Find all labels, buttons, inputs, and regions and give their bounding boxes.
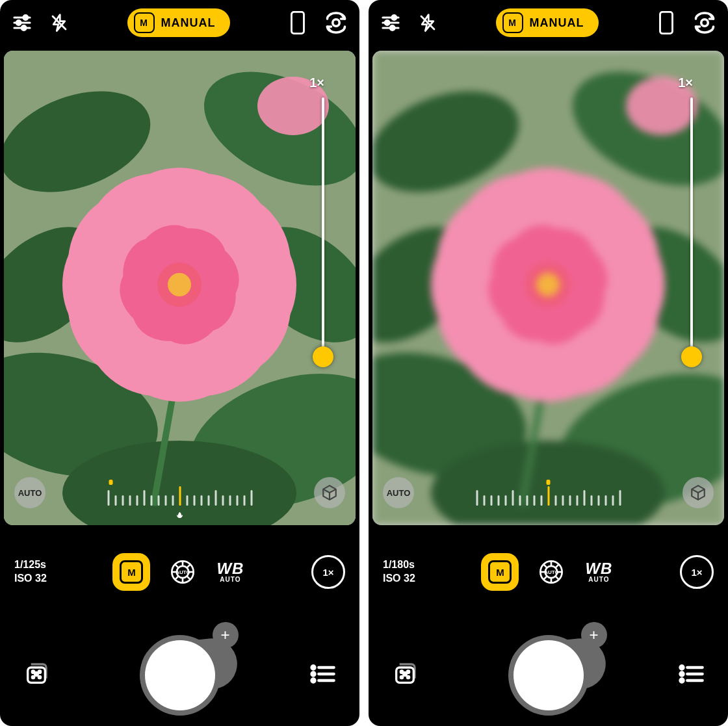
svg-point-128 [681, 673, 684, 676]
iso-value: ISO 32 [383, 572, 415, 586]
menu-list-icon[interactable] [679, 664, 705, 686]
ruler-indicator [109, 480, 112, 485]
svg-point-64 [312, 679, 315, 682]
svg-point-3 [23, 16, 28, 20]
exposure-readout: 1/180s ISO 32 [383, 558, 415, 586]
shutter-plus-button[interactable]: + [213, 622, 239, 648]
gallery-icon[interactable] [23, 661, 49, 690]
zoom-label: 1× [309, 75, 324, 90]
camera-pane-1: M MANUAL 1× AUTO [369, 0, 728, 726]
gallery-icon[interactable] [392, 661, 418, 690]
svg-point-4 [16, 21, 21, 25]
zoom-slider-track[interactable] [690, 97, 693, 357]
svg-line-51 [187, 577, 190, 580]
viewfinder[interactable] [372, 51, 724, 525]
svg-point-130 [681, 679, 684, 682]
viewfinder[interactable] [4, 51, 356, 525]
svg-point-70 [385, 21, 389, 25]
zoom-label: 1× [678, 75, 693, 90]
macro-icon [173, 511, 187, 528]
white-balance-button[interactable]: WB AUTO [585, 561, 612, 583]
mode-selector[interactable]: M MANUAL [496, 8, 599, 37]
shutter-button[interactable] [145, 640, 215, 710]
aperture-button[interactable]: AUTO [538, 559, 564, 585]
mode-badge-letter: M [134, 12, 155, 33]
svg-point-121 [404, 673, 407, 676]
svg-point-75 [701, 19, 708, 27]
svg-point-106 [536, 273, 560, 296]
settings-icon[interactable] [380, 12, 401, 33]
controls-row: 1/125s ISO 32 M AUTO WB AUTO 1× [0, 546, 359, 598]
shutter-speed: 1/125s [14, 558, 47, 572]
ruler-indicator [547, 480, 551, 485]
white-balance-button[interactable]: WB AUTO [216, 561, 244, 583]
svg-point-71 [390, 26, 395, 31]
aspect-ratio-icon[interactable] [656, 10, 676, 35]
zoom-slider-knob[interactable] [681, 346, 702, 367]
auto-focus-badge[interactable]: AUTO [14, 477, 46, 508]
svg-point-40 [168, 273, 191, 296]
shutter-plus-button[interactable]: + [581, 622, 607, 648]
shutter-button[interactable] [514, 640, 584, 710]
svg-line-52 [187, 564, 190, 567]
exposure-readout: 1/125s ISO 32 [14, 558, 47, 586]
svg-point-9 [333, 19, 340, 27]
aperture-button[interactable]: AUTO [170, 559, 196, 585]
top-bar: M MANUAL [369, 0, 728, 45]
flash-off-icon[interactable] [49, 13, 69, 32]
focus-ruler[interactable] [107, 480, 252, 528]
flash-off-icon[interactable] [418, 13, 437, 32]
svg-point-55 [35, 673, 38, 676]
switch-camera-icon[interactable] [324, 11, 348, 34]
shutter-row: + [369, 640, 728, 710]
svg-point-126 [681, 666, 684, 669]
shutter-row: + [0, 640, 359, 710]
top-bar: M MANUAL [0, 0, 359, 45]
iso-value: ISO 32 [14, 572, 47, 586]
camera-pane-0: M MANUAL 1× AUTO [0, 0, 359, 726]
mode-label: MANUAL [530, 16, 584, 30]
mode-label: MANUAL [161, 16, 216, 30]
svg-rect-74 [660, 12, 673, 33]
svg-line-53 [176, 577, 179, 580]
ar-cube-button[interactable] [314, 477, 345, 508]
manual-mode-button[interactable]: M [482, 554, 517, 590]
svg-line-116 [544, 564, 547, 567]
menu-list-icon[interactable] [310, 664, 336, 686]
aspect-ratio-icon[interactable] [288, 10, 307, 35]
settings-icon[interactable] [12, 12, 32, 33]
shutter-speed: 1/180s [383, 558, 415, 572]
manual-mode-button[interactable]: M [114, 554, 149, 590]
svg-point-5 [21, 26, 26, 31]
svg-rect-8 [292, 12, 304, 33]
zoom-slider-knob[interactable] [313, 346, 333, 367]
svg-point-123 [407, 676, 409, 678]
svg-point-59 [38, 671, 40, 673]
lens-selector-button[interactable]: 1× [311, 555, 345, 589]
ar-cube-button[interactable] [682, 477, 714, 508]
svg-line-117 [556, 577, 559, 580]
mode-badge-letter: M [502, 12, 523, 33]
svg-point-58 [32, 671, 34, 673]
svg-point-125 [407, 671, 409, 673]
svg-point-122 [400, 676, 402, 678]
svg-point-57 [38, 676, 40, 678]
svg-point-60 [312, 666, 315, 669]
svg-point-124 [400, 671, 402, 673]
focus-ruler[interactable] [476, 480, 621, 506]
switch-camera-icon[interactable] [693, 11, 716, 34]
svg-point-62 [312, 673, 315, 676]
mode-selector[interactable]: M MANUAL [127, 8, 230, 37]
svg-line-119 [544, 577, 547, 580]
svg-line-50 [176, 564, 179, 567]
auto-focus-badge[interactable]: AUTO [383, 477, 414, 508]
svg-line-118 [556, 564, 559, 567]
svg-point-69 [392, 16, 396, 20]
svg-point-56 [32, 676, 34, 678]
controls-row: 1/180s ISO 32 M AUTO WB AUTO 1× [369, 546, 728, 598]
lens-selector-button[interactable]: 1× [680, 555, 714, 589]
zoom-slider-track[interactable] [322, 97, 324, 357]
